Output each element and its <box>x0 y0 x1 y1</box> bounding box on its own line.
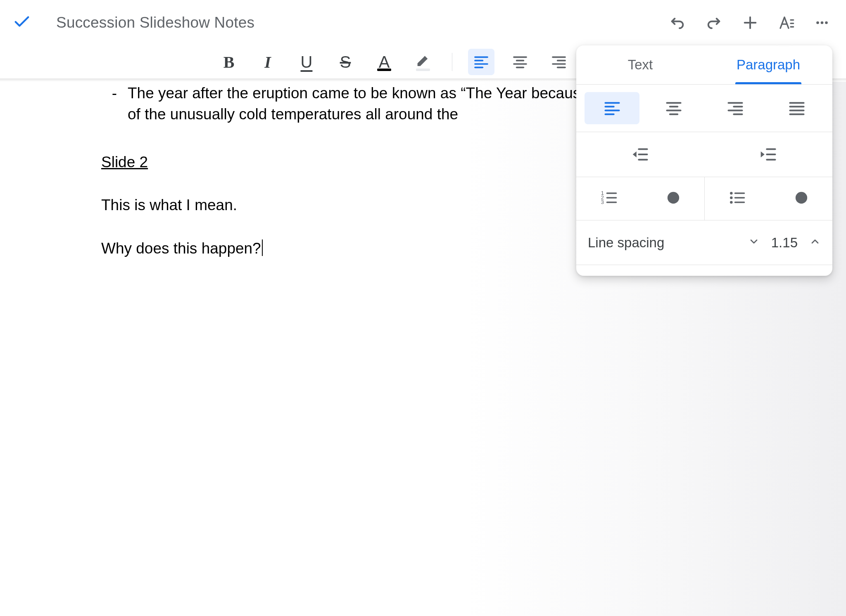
text-cursor <box>262 239 263 256</box>
alignment-row <box>576 85 832 132</box>
insert-plus-icon[interactable] <box>742 14 758 31</box>
tab-paragraph[interactable]: Paragraph <box>704 45 832 84</box>
align-right-button[interactable] <box>546 49 572 75</box>
text-format-icon[interactable] <box>778 14 795 31</box>
numbered-list-expand-icon[interactable] <box>666 191 680 206</box>
text-color-button[interactable]: A <box>371 49 397 75</box>
highlight-button[interactable] <box>410 49 436 75</box>
redo-icon[interactable] <box>706 14 722 31</box>
svg-point-63 <box>730 201 733 204</box>
numbered-list-button[interactable]: 1 2 3 <box>600 189 618 208</box>
align-left-button[interactable] <box>468 49 494 75</box>
line-spacing-decrease-icon[interactable] <box>748 235 760 251</box>
align-center-button[interactable] <box>507 49 533 75</box>
header: Succession Slideshow Notes <box>0 0 846 45</box>
bold-button[interactable]: B <box>216 49 242 75</box>
align-justify-option[interactable] <box>769 92 824 124</box>
underline-button[interactable]: U <box>293 49 320 75</box>
header-actions <box>669 14 829 31</box>
strikethrough-button[interactable]: S <box>332 49 359 75</box>
decrease-indent-button[interactable] <box>576 138 704 171</box>
undo-icon[interactable] <box>669 14 686 31</box>
line-spacing-label: Line spacing <box>588 235 664 251</box>
align-right-option[interactable] <box>708 92 763 124</box>
list-row: 1 2 3 <box>576 177 832 220</box>
line-spacing-increase-icon[interactable] <box>809 235 821 251</box>
paragraph-panel: Text Paragraph <box>576 45 832 276</box>
more-icon[interactable] <box>815 15 829 30</box>
toolbar-separator <box>452 53 452 71</box>
bulleted-list-expand-icon[interactable] <box>794 191 808 206</box>
document-title[interactable]: Succession Slideshow Notes <box>56 14 254 31</box>
svg-text:3: 3 <box>601 199 604 205</box>
bulleted-list-panel-button[interactable] <box>728 189 746 208</box>
svg-point-61 <box>730 197 733 199</box>
svg-point-8 <box>825 21 828 24</box>
svg-point-6 <box>816 21 819 24</box>
svg-marker-50 <box>761 152 765 158</box>
align-left-option[interactable] <box>585 92 639 124</box>
indent-row <box>576 132 832 177</box>
bullet-text[interactable]: The year after the eruption came to be k… <box>128 83 594 125</box>
svg-point-59 <box>730 192 733 195</box>
increase-indent-button[interactable] <box>704 138 832 171</box>
italic-button[interactable]: I <box>254 49 281 75</box>
svg-point-7 <box>821 21 824 24</box>
svg-marker-46 <box>633 152 637 158</box>
align-center-option[interactable] <box>646 92 701 124</box>
line-spacing-row: Line spacing 1.15 <box>576 220 832 265</box>
bullet-marker: - <box>101 83 128 125</box>
done-check-icon[interactable] <box>12 12 31 33</box>
tab-text[interactable]: Text <box>576 45 704 84</box>
line-spacing-value: 1.15 <box>771 235 798 251</box>
